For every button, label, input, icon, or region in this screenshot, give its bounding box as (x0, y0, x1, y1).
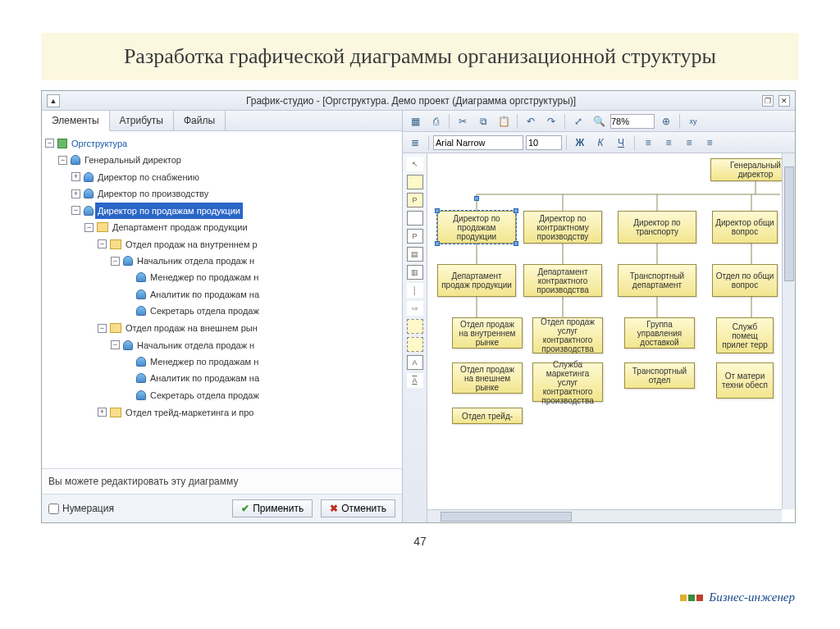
align-center-icon[interactable]: ≡ (660, 134, 678, 151)
tree-label: Директор по производству (95, 185, 211, 202)
tree-item[interactable]: Секретарь отдела продаж (124, 387, 262, 403)
tool-undo-icon[interactable]: ↶ (522, 113, 540, 130)
org-box[interactable]: От матери техни обесп (716, 362, 774, 399)
tree-label: Менеджер по продажам н (148, 269, 261, 285)
align-right-icon[interactable]: ≡ (680, 134, 698, 151)
cancel-button[interactable]: ✖Отменить (321, 499, 395, 517)
tree-item[interactable]: +Отдел трейд-маркетинга и про (98, 404, 256, 421)
org-box[interactable]: Отдел по общи вопрос (712, 264, 778, 297)
tree-label: Секретарь отдела продаж (148, 303, 262, 319)
tree-root[interactable]: − Оргструктура (45, 135, 130, 152)
pal-rect2-icon[interactable] (407, 211, 423, 226)
tree-label: Директор по снабжению (95, 169, 202, 185)
tree-item[interactable]: −Департамент продаж продукции (84, 219, 250, 235)
tree-item[interactable]: Менеджер по продажам н (124, 353, 261, 370)
org-box[interactable]: Отдел трейд- (452, 408, 523, 424)
tab-files[interactable]: Файлы (174, 111, 226, 130)
org-box[interactable]: Отдел продаж на внешнем рынке (452, 362, 523, 394)
apply-button[interactable]: ✔Применить (232, 499, 313, 517)
fontsize-select[interactable] (526, 135, 562, 150)
main-toolbar: ▦ ⎙ ✂ ⧉ 📋 ↶ ↷ ⤢ 🔍 ⊕ xy (403, 111, 795, 132)
tool-grid-icon[interactable]: ▦ (406, 113, 424, 130)
pal-rect-p-icon[interactable]: P (407, 193, 423, 207)
pal-textframe-icon[interactable]: A (407, 373, 423, 388)
tree-item[interactable]: +Директор по снабжению (71, 169, 202, 185)
org-box[interactable]: Транспортный отдел (624, 362, 695, 389)
org-box-selected[interactable]: Директор по продажам продукции (437, 211, 516, 244)
format-toolbar: ≣ Ж К Ч ≡ ≡ ≡ ≡ (403, 132, 795, 153)
tool-zoom-icon[interactable]: 🔍 (590, 113, 608, 130)
align-justify-icon[interactable]: ≡ (701, 134, 719, 151)
zoom-select[interactable] (610, 114, 655, 129)
tool-zoomreset-icon[interactable]: ⊕ (657, 113, 675, 130)
tool-layers-icon[interactable]: ≣ (406, 134, 424, 151)
org-box[interactable]: Служб помещ прилег терр (716, 317, 774, 353)
org-box[interactable]: Департамент контрактного производства (523, 264, 602, 297)
app-icon: ▲ (47, 94, 60, 107)
org-box[interactable]: Директор по транспорту (618, 211, 696, 244)
cancel-label: Отменить (341, 503, 386, 514)
close-button[interactable]: ✕ (778, 95, 790, 107)
tab-attributes[interactable]: Атрибуты (110, 111, 174, 130)
pal-vline-icon[interactable]: │ (407, 283, 423, 298)
tree-item[interactable]: −Отдел продаж на внутреннем р (98, 236, 260, 253)
tool-xy-icon[interactable]: xy (684, 113, 702, 130)
align-left-icon[interactable]: ≡ (639, 134, 657, 151)
tab-elements[interactable]: Элементы (42, 111, 110, 131)
tree-item[interactable]: Аналитик по продажам на (124, 286, 262, 303)
tool-copy-icon[interactable]: ⧉ (474, 113, 492, 130)
tool-bold-icon[interactable]: Ж (571, 134, 589, 151)
scrollbar-vertical[interactable] (782, 153, 795, 509)
tool-zoomfit-icon[interactable]: ⤢ (569, 113, 587, 130)
org-box[interactable]: Служба маркетинга услуг контрактного про… (532, 362, 603, 402)
tree-label: Аналитик по продажам на (148, 370, 262, 386)
pal-dashrect2-icon[interactable] (407, 337, 423, 352)
tool-cut-icon[interactable]: ✂ (454, 113, 472, 130)
pal-rect-p2-icon[interactable]: P (407, 229, 423, 244)
pal-list-icon[interactable]: ▤ (407, 247, 423, 262)
org-box[interactable]: Директор общи вопрос (712, 211, 778, 244)
tree-item[interactable]: − Генеральный директор (58, 152, 184, 168)
org-box[interactable]: Директор по контрактному производству (523, 211, 602, 244)
tool-redo-icon[interactable]: ↷ (542, 113, 560, 130)
tree-item[interactable]: Менеджер по продажам н (124, 269, 261, 285)
tree[interactable]: − Оргструктура − Генеральный директор (42, 131, 402, 468)
pal-pointer-icon[interactable]: ↖ (407, 157, 423, 171)
canvas[interactable]: Генеральный директор Директор по продажа… (427, 153, 795, 522)
tree-label: Генеральный директор (82, 152, 184, 168)
scrollbar-horizontal[interactable] (427, 509, 782, 522)
brand-label: Бизнес-инженер (679, 590, 795, 604)
pal-rect-icon[interactable] (407, 175, 423, 189)
tree-item-selected[interactable]: −Директор по продажам продукции (71, 203, 243, 219)
tree-item[interactable]: −Начальник отдела продаж н (111, 253, 257, 269)
brand-icon (679, 590, 704, 604)
tree-item[interactable]: −Начальник отдела продаж н (111, 337, 257, 353)
tree-item[interactable]: Секретарь отдела продаж (124, 303, 262, 319)
tool-italic-icon[interactable]: К (591, 134, 609, 151)
pal-list2-icon[interactable]: ▥ (407, 265, 423, 280)
tree-item[interactable]: +Директор по производству (71, 185, 211, 202)
tool-print-icon[interactable]: ⎙ (427, 113, 445, 130)
pal-arrow-icon[interactable]: ⇨ (407, 301, 423, 316)
window-title: График-студио - [Оргструктура. Демо прое… (60, 95, 762, 107)
tree-item[interactable]: Аналитик по продажам на (124, 370, 262, 386)
numbering-checkbox[interactable]: Нумерация (48, 503, 114, 514)
org-box[interactable]: Отдел продаж на внутреннем рынке (452, 317, 523, 349)
org-box[interactable]: Транспортный департамент (618, 264, 696, 297)
pal-text-icon[interactable]: A (407, 355, 423, 370)
hint-text: Вы можете редактировать эту диаграмму (42, 468, 402, 494)
tree-root-label: Оргструктура (69, 135, 130, 152)
pal-dashrect-icon[interactable] (407, 319, 423, 334)
restore-button[interactable]: ❐ (762, 95, 774, 107)
tree-item[interactable]: −Отдел продаж на внешнем рын (98, 320, 260, 336)
numbering-label: Нумерация (62, 503, 114, 514)
tool-underline-icon[interactable]: Ч (612, 134, 630, 151)
org-box[interactable]: Департамент продаж продукции (437, 264, 516, 297)
tool-paste-icon[interactable]: 📋 (495, 113, 513, 130)
org-box[interactable]: Отдел продаж услуг контрактного производ… (532, 317, 603, 353)
tree-label: Начальник отдела продаж н (135, 253, 257, 269)
tree-label: Департамент продаж продукции (110, 219, 250, 235)
titlebar: ▲ График-студио - [Оргструктура. Демо пр… (42, 91, 795, 111)
font-select[interactable] (433, 135, 523, 150)
org-box[interactable]: Группа управления доставкой (624, 317, 695, 349)
